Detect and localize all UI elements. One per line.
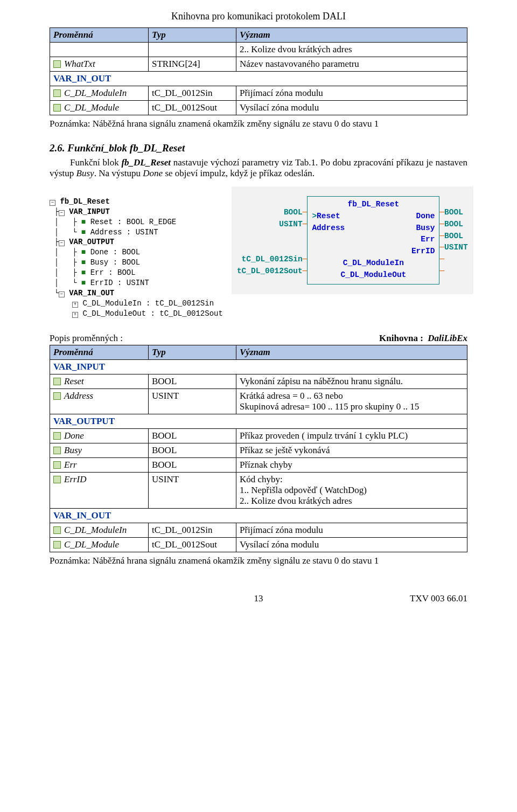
paragraph: Funkční blok fb_DL_Reset nastavuje výcho… [50, 157, 467, 179]
tree-leaf: ■ [81, 268, 86, 277]
var-name: ErrID [64, 474, 87, 484]
cell: Krátká adresa = 0 .. 63 nebo Skupinová a… [236, 388, 467, 414]
th-vyznam: Význam [236, 345, 467, 359]
var-name: Reset [64, 376, 84, 386]
var-icon [53, 432, 61, 440]
tree-view: − fb_DL_Reset ├− VAR_INPUT │ ├ ■ Reset :… [50, 186, 223, 319]
heading-2-6: 2.6. Funkční_blok fb_DL_Reset [50, 142, 467, 154]
section-var-in-out: VAR_IN_OUT [50, 72, 467, 86]
cell: Přijímací zóna modulu [236, 86, 467, 101]
tree-item: C_DL_ModuleIn : tC_DL_0012Sin [82, 299, 214, 308]
cell: Přijímací zóna modulu [236, 523, 467, 537]
pin-type: BOOL [444, 232, 463, 240]
var-icon [53, 378, 61, 385]
cell [50, 43, 149, 57]
tree-var-input: VAR_INPUT [69, 207, 110, 216]
th-typ: Typ [149, 345, 236, 359]
var-name: C_DL_ModuleIn [64, 525, 127, 535]
cell: USINT [149, 472, 236, 508]
var-name: C_DL_ModuleIn [64, 88, 127, 98]
note-bottom: Poznámka: Náběžná hrana signálu znamená … [50, 556, 467, 566]
cell: USINT [149, 388, 236, 414]
cell: BOOL [149, 374, 236, 388]
pin-type: BOOL [444, 220, 463, 228]
document-id: TXV 003 66.01 [381, 593, 467, 604]
cell: Vysílací zóna modulu [236, 101, 467, 115]
desc-label: Popis proměnných : [50, 333, 123, 344]
var-name: C_DL_Module [64, 539, 119, 550]
cell: Kód chyby: 1.. Nepřišla odpověď ( WatchD… [236, 472, 467, 508]
cell: tC_DL_0012Sout [149, 101, 236, 115]
var-name: WhatTxt [64, 59, 95, 69]
var-icon [53, 541, 61, 549]
pin-type: tC_DL_0012Sout [237, 267, 303, 275]
cell: WhatTxt [50, 57, 149, 72]
var-icon [53, 526, 61, 534]
pin-type: USINT [444, 243, 468, 252]
cell: Příkaz se ještě vykonává [236, 443, 467, 457]
cell: BOOL [149, 428, 236, 443]
cell: tC_DL_0012Sout [149, 537, 236, 552]
tree-leaf: ■ [81, 218, 86, 226]
fbd-diagram: BOOL─ USINT─ tC_DL_0012Sin─ tC_DL_0012So… [232, 186, 473, 294]
cell: BOOL [149, 443, 236, 457]
cell: Vykonání zápisu na náběžnou hranu signál… [236, 374, 467, 388]
pin-name: Address [312, 223, 345, 234]
pin-name: Busy [416, 223, 435, 234]
tree-root: fb_DL_Reset [60, 197, 109, 206]
var-name: Busy [64, 445, 82, 455]
pin-type: BOOL [284, 208, 303, 217]
cell: Příkaz proveden ( impulz trvání 1 cyklu … [236, 428, 467, 443]
pin-name: Err [421, 234, 435, 246]
cell: C_DL_ModuleIn [50, 86, 149, 101]
tree-var-output: VAR_OUTPUT [69, 238, 114, 246]
tree-item: Err : BOOL [90, 268, 136, 277]
th-typ: Typ [149, 28, 236, 43]
variables-table-top: Proměnná Typ Význam 2.. Kolize dvou krát… [50, 27, 467, 115]
tree-leaf: ■ [81, 248, 86, 256]
variables-table-main: Proměnná Typ Význam VAR_INPUT Reset BOOL… [50, 345, 467, 552]
pin-type: tC_DL_0012Sin [242, 255, 303, 263]
tree-leaf: ■ [81, 279, 86, 287]
cell: STRING[24] [149, 57, 236, 72]
tree-item: Reset : BOOL R_EDGE [90, 218, 177, 226]
cell: BOOL [149, 457, 236, 472]
var-icon [53, 89, 61, 97]
section-var-output: VAR_OUTPUT [50, 414, 467, 428]
section-var-input: VAR_INPUT [50, 359, 467, 374]
cell: 2.. Kolize dvou krátkých adres [236, 43, 467, 57]
pin-type: BOOL [444, 208, 463, 217]
cell [149, 43, 236, 57]
tree-item: Busy : BOOL [90, 258, 140, 267]
var-icon [53, 476, 61, 483]
var-icon [53, 60, 61, 68]
pin-type: USINT [279, 220, 303, 228]
pin-name: C_DL_ModuleOut [340, 269, 406, 281]
fbd-title: fb_DL_Reset [312, 199, 435, 211]
var-name: Err [64, 460, 77, 470]
tree-item: C_DL_ModuleOut : tC_DL_0012Sout [82, 309, 222, 318]
cell: Příznak chyby [236, 457, 467, 472]
cell: tC_DL_0012Sin [149, 86, 236, 101]
var-icon [53, 461, 61, 469]
tree-var-in-out: VAR_IN_OUT [69, 289, 114, 297]
tree-item: ErrID : USINT [90, 279, 149, 287]
cell: Vysílací zóna modulu [236, 537, 467, 552]
library-label: Knihovna : DaliLibEx [379, 333, 467, 344]
var-name: Address [64, 391, 93, 401]
tree-item: Done : BOOL [90, 248, 140, 256]
var-icon [53, 447, 61, 454]
th-promenna: Proměnná [50, 345, 149, 359]
pin-name: ErrID [411, 246, 435, 258]
section-var-in-out: VAR_IN_OUT [50, 508, 467, 523]
th-promenna: Proměnná [50, 28, 149, 43]
var-name: Done [64, 431, 84, 441]
var-icon [53, 392, 61, 400]
var-icon [53, 104, 61, 112]
footer-left [50, 593, 136, 604]
cell: Název nastavovaného parametru [236, 57, 467, 72]
tree-item: Address : USINT [90, 228, 158, 237]
pin-name: C_DL_ModuleIn [343, 258, 404, 269]
note-top: Poznámka: Náběžná hrana signálu znamená … [50, 119, 467, 129]
page-header: Knihovna pro komunikaci protokolem DALI [50, 11, 467, 22]
